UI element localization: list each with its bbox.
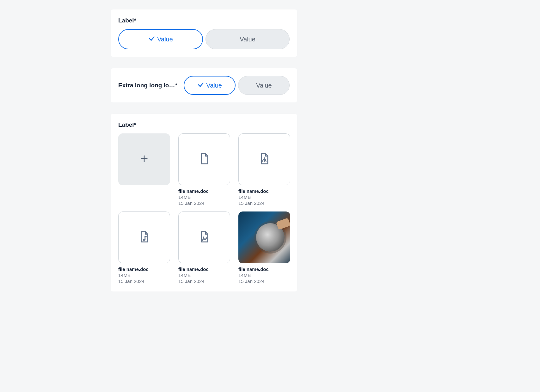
file-size: 14MB [238,273,290,278]
toggle-option-label: Value [256,82,272,89]
file-tile: file name.doc 14MB 15 Jan 2024 [238,211,290,284]
file-size: 14MB [178,194,230,200]
document-icon [199,153,210,166]
file-thumbnail[interactable] [178,211,230,263]
file-name: file name.doc [118,266,170,272]
toggle-option-label: Value [157,36,173,43]
file-photo-thumbnail[interactable] [238,211,290,263]
add-file-button[interactable] [118,133,170,185]
file-grid: file name.doc 14MB 15 Jan 2024 file name… [118,133,290,284]
file-date: 15 Jan 2024 [178,200,230,206]
toggle-field-card: Label* Value Value [111,9,297,57]
field-label: Label* [118,121,290,128]
toggle-option-label: Value [206,82,222,89]
check-icon [197,81,204,90]
toggle-group: Value Value [184,76,290,95]
file-name: file name.doc [238,188,290,194]
image-file-icon [199,231,210,244]
file-tile-add [118,133,170,206]
file-tile: file name.doc 14MB 15 Jan 2024 [238,133,290,206]
file-date: 15 Jan 2024 [238,279,290,284]
file-date: 15 Jan 2024 [238,200,290,206]
file-thumbnail[interactable] [238,133,290,185]
toggle-option-selected[interactable]: Value [118,29,203,49]
file-thumbnail[interactable] [178,133,230,185]
audio-file-icon [139,231,150,244]
file-date: 15 Jan 2024 [178,279,230,284]
toggle-option-selected[interactable]: Value [184,76,236,95]
file-thumbnail[interactable] [118,211,170,263]
file-tile: file name.doc 14MB 15 Jan 2024 [118,211,170,284]
file-name: file name.doc [238,266,290,272]
svg-point-2 [143,239,145,241]
file-name: file name.doc [178,188,230,194]
toggle-field-card-inline: Extra long long lo…* Value Value [111,68,297,102]
pdf-icon [259,153,270,166]
toggle-group: Value Value [118,29,290,49]
field-label: Label* [118,17,290,24]
file-upload-card: Label* file name.doc 14 [111,114,297,291]
field-label: Extra long long lo…* [118,82,177,89]
svg-point-3 [203,236,204,238]
toggle-option-unselected[interactable]: Value [206,29,290,49]
plus-icon [140,154,149,164]
file-date: 15 Jan 2024 [118,279,170,284]
file-tile: file name.doc 14MB 15 Jan 2024 [178,211,230,284]
toggle-option-label: Value [240,36,255,43]
check-icon [148,35,155,44]
file-tile: file name.doc 14MB 15 Jan 2024 [178,133,230,206]
file-name: file name.doc [178,266,230,272]
file-size: 14MB [238,194,290,200]
toggle-option-unselected[interactable]: Value [238,76,290,95]
file-size: 14MB [118,273,170,278]
file-size: 14MB [178,273,230,278]
